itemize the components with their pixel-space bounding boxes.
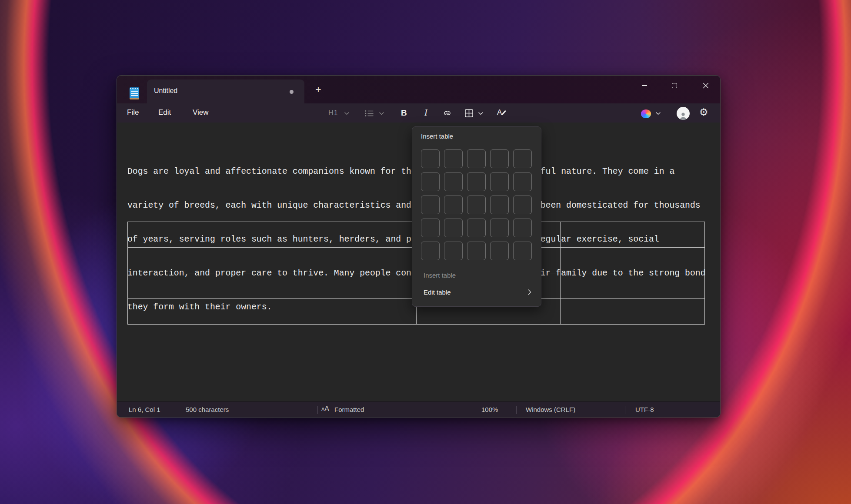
statusbar-divider [317,406,318,414]
statusbar: Ln 6, Col 1 500 characters AA Formatted … [117,401,720,418]
menu-edit[interactable]: Edit [158,108,171,117]
table-size-cell[interactable] [444,149,463,168]
table-size-cell[interactable] [421,172,440,191]
table-cell[interactable] [128,299,272,325]
table-cell[interactable] [561,222,705,248]
unsaved-indicator-dot [290,90,294,94]
menu-file[interactable]: File [127,108,139,117]
table-size-cell[interactable] [467,172,486,191]
character-count: 500 characters [186,406,229,413]
notepad-window: Untitled + File Edit View H1 B I [117,75,721,418]
close-button[interactable] [695,78,716,93]
tab-title: Untitled [154,87,177,95]
table-cell[interactable] [272,248,417,273]
toolbar: File Edit View H1 B I [117,103,720,123]
table-cell[interactable] [272,273,417,299]
list-chevron-down-icon[interactable] [379,112,384,115]
table-cell[interactable] [128,222,272,248]
notepad-app-icon [130,87,139,99]
copilot-chevron-down-icon[interactable] [656,112,661,115]
table-button[interactable] [465,109,473,117]
menu-item-insert-table[interactable]: Insert table [412,268,541,282]
new-tab-button[interactable]: + [311,83,325,96]
table-size-cell[interactable] [421,242,440,260]
statusbar-divider [179,406,179,414]
table-size-cell[interactable] [467,149,486,168]
close-icon [703,83,709,89]
table-size-cell[interactable] [467,242,486,260]
table-size-cell[interactable] [490,219,509,237]
table-size-cell[interactable] [513,242,532,260]
table-size-cell[interactable] [513,172,532,191]
table-cell[interactable] [272,222,417,248]
copilot-icon[interactable] [641,109,651,118]
titlebar: Untitled + [117,76,720,103]
table-cell[interactable] [128,248,272,273]
menu-view[interactable]: View [193,108,209,117]
table-size-cell[interactable] [444,219,463,237]
list-button[interactable] [365,110,374,117]
table-size-cell[interactable] [513,219,532,237]
table-cell[interactable] [128,273,272,299]
table-size-cell[interactable] [467,219,486,237]
table-size-cell[interactable] [444,242,463,260]
insert-table-dropdown: Insert table Insert table Edit table [412,126,541,307]
table-size-cell[interactable] [490,172,509,191]
person-icon [678,112,688,120]
table-chevron-down-icon[interactable] [478,112,483,115]
table-size-cell[interactable] [490,242,509,260]
clear-formatting-button[interactable]: A [497,108,502,117]
clear-formatting-pencil-icon [501,110,506,116]
table-size-cell[interactable] [490,149,509,168]
settings-gear-icon[interactable]: ⚙ [699,106,708,118]
heading-chevron-down-icon[interactable] [344,112,349,115]
link-button[interactable] [443,109,452,117]
account-avatar[interactable] [677,107,690,120]
chevron-right-icon [528,289,531,295]
statusbar-divider [516,406,517,414]
cursor-position: Ln 6, Col 1 [129,406,160,413]
table-cell[interactable] [561,273,705,299]
table-size-cell[interactable] [421,219,440,237]
menu-item-edit-table[interactable]: Edit table [412,284,541,300]
maximize-button[interactable] [664,78,685,93]
table-cell[interactable] [272,299,417,325]
tab-untitled[interactable]: Untitled [147,80,304,103]
minimize-button[interactable] [634,78,655,93]
statusbar-divider [472,406,472,414]
clear-formatting-letter: A [497,108,502,116]
zoom-level[interactable]: 100% [481,406,498,413]
bold-button[interactable]: B [401,108,407,118]
dropdown-separator [412,264,541,264]
table-cell[interactable] [561,248,705,273]
table-size-cell[interactable] [421,196,440,214]
italic-button[interactable]: I [424,108,427,118]
table-size-cell[interactable] [444,196,463,214]
insert-table-label: Insert table [424,272,456,279]
format-mode[interactable]: Formatted [334,406,364,413]
edit-table-label: Edit table [424,288,451,296]
dropdown-header: Insert table [421,133,453,140]
table-size-cell[interactable] [444,172,463,191]
heading-style-button[interactable]: H1 [328,109,338,117]
maximize-icon [672,83,677,88]
table-size-cell[interactable] [490,196,509,214]
insert-table-grid [421,149,532,260]
table-size-cell[interactable] [513,149,532,168]
encoding[interactable]: UTF-8 [635,406,654,413]
table-cell[interactable] [561,299,705,325]
formatted-aa-icon: AA [321,405,329,413]
statusbar-divider [625,406,625,414]
table-size-cell[interactable] [513,196,532,214]
minimize-icon [642,85,647,86]
line-ending[interactable]: Windows (CRLF) [526,406,575,413]
table-size-cell[interactable] [421,149,440,168]
table-size-cell[interactable] [467,196,486,214]
